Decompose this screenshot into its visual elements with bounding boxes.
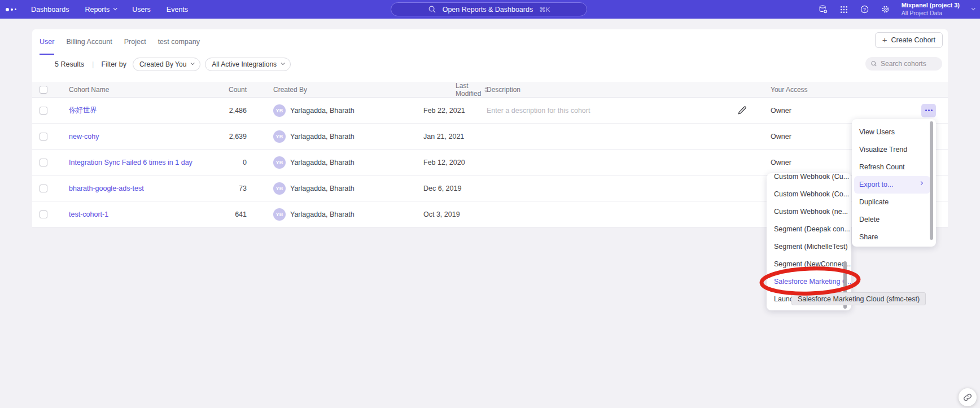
last-modified-date: Oct 3, 2019: [423, 210, 487, 218]
cohort-type-tabs: User Billing Account Project test compan…: [32, 29, 948, 55]
creator-name: Yarlagadda, Bharath: [290, 210, 355, 218]
search-icon: [428, 5, 436, 14]
nav-item-users[interactable]: Users: [132, 6, 151, 14]
apps-grid-icon[interactable]: [839, 5, 849, 15]
avatar: YB: [273, 104, 286, 117]
row-checkbox[interactable]: [40, 107, 47, 115]
cohort-link[interactable]: test-cohort-1: [69, 210, 108, 218]
submenu-item-segment-1[interactable]: Segment (Deepak con...: [767, 221, 851, 238]
cohort-link[interactable]: new-cohy: [69, 133, 99, 141]
top-nav: Dashboards Reports Users Events Open Rep…: [0, 0, 980, 19]
row-more-button[interactable]: [921, 104, 936, 117]
avatar: YB: [273, 182, 286, 195]
col-your-access: Your Access: [760, 86, 921, 94]
table-row: new-cohy 2,639 YB Yarlagadda, Bharath Ja…: [32, 124, 948, 150]
row-checkbox[interactable]: [40, 133, 47, 141]
settings-gear-icon[interactable]: [881, 5, 891, 15]
project-switcher[interactable]: Mixpanel (project 3) All Project Data: [902, 2, 960, 17]
help-icon[interactable]: ?: [860, 5, 870, 15]
creator-name: Yarlagadda, Bharath: [290, 159, 355, 166]
cohort-link[interactable]: Integration Sync Failed 6 times in 1 day: [69, 159, 193, 166]
integration-tooltip: Salesforce Marketing Cloud (sfmc-test): [791, 292, 926, 305]
menu-item-delete[interactable]: Delete: [852, 211, 936, 229]
last-modified-date: Jan 21, 2021: [423, 133, 487, 141]
avatar: YB: [273, 130, 286, 143]
creator-name: Yarlagadda, Bharath: [290, 107, 355, 115]
row-checkbox[interactable]: [40, 159, 47, 166]
creator-name: Yarlagadda, Bharath: [290, 185, 355, 192]
search-shortcut: ⌘K: [539, 6, 550, 14]
project-chevron-down-icon: [972, 6, 975, 10]
submenu-item-custom-webhook-2[interactable]: Custom Webhook (Co...: [767, 186, 851, 203]
avatar: YB: [273, 208, 286, 221]
global-search-button[interactable]: Open Reports & Dashboards ⌘K: [391, 2, 587, 16]
link-icon: [963, 393, 972, 402]
export-submenu: Custom Webhook (Cu... Custom Webhook (Co…: [767, 173, 851, 310]
plus-icon: +: [882, 35, 887, 45]
search-cohorts-field: [865, 57, 942, 71]
tab-billing-account[interactable]: Billing Account: [66, 29, 112, 55]
integrations-filter-dropdown[interactable]: All Active Integrations: [205, 58, 291, 71]
col-count: Count: [202, 86, 247, 94]
row-context-menu: View Users Visualize Trend Refresh Count…: [852, 119, 936, 247]
cohort-count: 2,486: [202, 107, 247, 115]
table-row: 你好世界 2,486 YB Yarlagadda, Bharath Feb 22…: [32, 98, 948, 124]
cohort-count: 73: [202, 185, 247, 192]
menu-item-visualize-trend[interactable]: Visualize Trend: [852, 141, 936, 159]
tab-user[interactable]: User: [40, 29, 54, 55]
submenu-item-segment-3[interactable]: Segment (NewConnec...: [767, 256, 851, 273]
chevron-right-icon: [919, 181, 923, 185]
row-checkbox[interactable]: [40, 210, 47, 218]
menu-item-duplicate[interactable]: Duplicate: [852, 194, 936, 211]
menu-item-refresh-count[interactable]: Refresh Count: [852, 159, 936, 176]
filter-by-label: Filter by: [102, 60, 126, 68]
col-created-by: Created By: [247, 86, 423, 94]
search-icon: [870, 60, 877, 68]
nav-right-group: ? Mixpanel (project 3) All Project Data: [818, 0, 974, 19]
col-last-modified[interactable]: Last Modified: [423, 82, 487, 98]
share-link-button[interactable]: [959, 388, 977, 406]
menu-item-share[interactable]: Share: [852, 229, 936, 246]
last-modified-date: Feb 22, 2021: [423, 107, 487, 115]
submenu-item-custom-webhook-1[interactable]: Custom Webhook (Cu...: [767, 173, 851, 186]
create-cohort-button[interactable]: + Create Cohort: [875, 32, 943, 48]
row-checkbox[interactable]: [40, 185, 47, 192]
mixpanel-logo-icon[interactable]: [6, 0, 16, 19]
cohort-count: 641: [202, 210, 247, 218]
access-level: Owner: [760, 107, 921, 115]
chevron-down-icon: [191, 61, 195, 65]
created-by-filter-dropdown[interactable]: Created By You: [133, 58, 200, 71]
avatar: YB: [273, 156, 286, 169]
select-all-checkbox[interactable]: [40, 86, 47, 94]
chevron-down-icon: [113, 6, 117, 10]
project-scope: All Project Data: [902, 10, 960, 17]
table-header: Cohort Name Count Created By Last Modifi…: [32, 82, 948, 98]
submenu-item-segment-2[interactable]: Segment (MichelleTest): [767, 238, 851, 256]
last-modified-date: Dec 6, 2019: [423, 185, 487, 192]
global-search-label: Open Reports & Dashboards: [443, 6, 533, 14]
cohort-count: 0: [202, 159, 247, 166]
tab-test-company[interactable]: test company: [158, 29, 200, 55]
menu-item-export-to[interactable]: Export to...: [854, 176, 930, 194]
menu-item-view-users[interactable]: View Users: [852, 124, 936, 141]
chevron-down-icon: [281, 61, 285, 65]
nav-item-reports[interactable]: Reports: [85, 6, 116, 14]
cohort-link[interactable]: 你好世界: [69, 106, 97, 114]
search-cohorts-input[interactable]: [881, 60, 937, 68]
last-modified-date: Feb 12, 2020: [423, 159, 487, 166]
description-placeholder[interactable]: Enter a description for this cohort: [487, 107, 590, 115]
submenu-item-salesforce-marketing-cloud[interactable]: Salesforce Marketing C...: [767, 273, 851, 291]
svg-text:?: ?: [863, 7, 866, 12]
edit-pencil-icon[interactable]: [737, 106, 747, 115]
col-description: Description: [487, 86, 760, 94]
menu-scrollbar[interactable]: [930, 121, 933, 240]
nav-item-dashboards[interactable]: Dashboards: [31, 6, 69, 14]
submenu-item-custom-webhook-3[interactable]: Custom Webhook (ne...: [767, 203, 851, 221]
table-row: Integration Sync Failed 6 times in 1 day…: [32, 150, 948, 176]
tab-project[interactable]: Project: [124, 29, 146, 55]
cohort-link[interactable]: bharath-google-ads-test: [69, 185, 144, 192]
col-cohort-name: Cohort Name: [69, 86, 202, 94]
data-management-icon[interactable]: [818, 5, 828, 15]
results-count: 5 Results: [55, 60, 84, 68]
nav-item-events[interactable]: Events: [167, 6, 188, 14]
